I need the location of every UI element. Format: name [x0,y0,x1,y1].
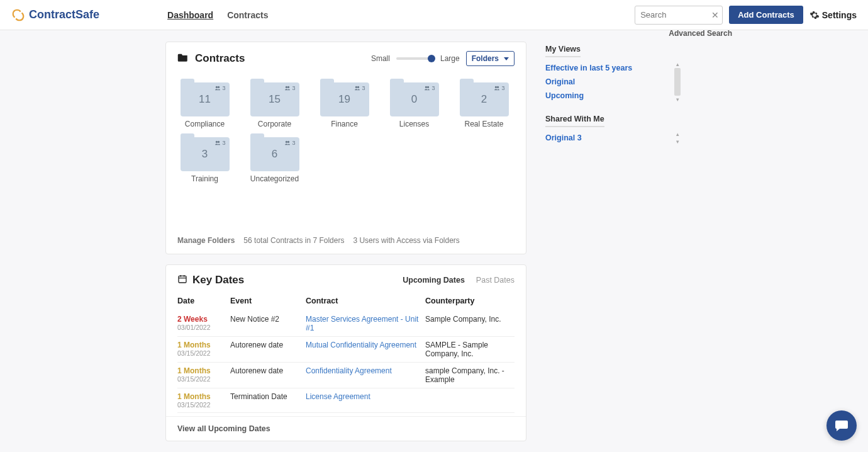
slider-thumb[interactable] [428,55,435,62]
top-bar: ContractSafe Dashboard Contracts ✕ Add C… [0,0,868,30]
folder-count: 11 [199,93,211,106]
right-sidebar: My Views Effective in last 5 yearsOrigin… [545,42,677,441]
contract-link[interactable]: Mutual Confidentiality Agreement [306,341,416,349]
table-row: 2 Weeks03/01/2022 New Notice #2 Master S… [177,311,515,337]
date-period: 1 Months [177,341,228,349]
folder-icon: 0 3 [390,79,439,116]
contracts-title: Contracts [195,52,245,65]
nav-links: Dashboard Contracts [167,10,268,20]
folder-icon: 15 3 [250,79,299,116]
settings-link[interactable]: Settings [810,10,857,20]
folder-count: 19 [338,93,350,106]
folder-item[interactable]: 3 3 Training [170,131,240,186]
search-wrap: ✕ [635,6,723,25]
my-view-item[interactable]: Effective in last 5 years [545,61,672,75]
folder-label: Real Estate [464,120,503,128]
scrollbar[interactable]: ▴▾ [674,131,681,145]
chat-button[interactable] [826,410,857,441]
my-views-section: My Views Effective in last 5 yearsOrigin… [545,44,677,103]
brand-logo[interactable]: ContractSafe [11,8,99,22]
date-value: 03/01/2022 [177,324,228,331]
folder-label: Training [191,174,218,183]
my-view-item[interactable]: Original [545,75,672,89]
folders-dropdown[interactable]: Folders [466,51,515,66]
contracts-panel-head: Contracts Small Large Folders [166,42,526,72]
folder-users: 3 [424,85,435,91]
folder-item[interactable]: 19 3 Finance [309,76,379,131]
left-column: Contracts Small Large Folders 11 3 [165,42,526,441]
nav-dashboard[interactable]: Dashboard [167,10,213,20]
keydates-head: Key Dates Upcoming Dates Past Dates [166,265,526,290]
contracts-footer: Manage Folders 56 total Contracts in 7 F… [166,230,526,254]
folder-label: Finance [331,120,358,128]
shared-title: Shared With Me [545,115,604,127]
folder-icon: 3 3 [181,133,230,171]
keydates-table: Date Event Contract Counterparty 2 Weeks… [177,290,515,416]
settings-label: Settings [822,10,857,20]
shared-view-item[interactable]: Original 3 [545,131,672,145]
col-date: Date [177,290,230,311]
top-right: ✕ Add Contracts Settings [635,6,857,25]
nav-contracts[interactable]: Contracts [227,10,268,20]
chat-icon [834,418,849,433]
date-period: 2 Weeks [177,315,228,324]
keydates-panel: Key Dates Upcoming Dates Past Dates Date… [165,264,526,441]
cell-counterparty: Sample Company, Inc. [425,311,515,337]
table-row: 1 Months03/15/2022 Autorenew date Confid… [177,363,515,388]
scrollbar[interactable]: ▴▾ [674,61,681,103]
svg-rect-0 [179,276,186,283]
folder-users: 3 [494,85,504,91]
folder-item[interactable]: 15 3 Corporate [240,76,309,131]
size-small-label: Small [371,54,390,63]
date-period: 1 Months [177,392,228,401]
cell-event: Autorenew date [230,337,306,363]
brand-icon [11,8,25,22]
contract-link[interactable]: Confidentiality Agreement [306,366,392,375]
contracts-panel: Contracts Small Large Folders 11 3 [165,42,526,254]
keydates-title: Key Dates [192,274,244,286]
cell-counterparty: SAMPLE - Sample Company, Inc. [425,337,515,363]
contract-link[interactable]: License Agreement [306,392,370,401]
folder-icon: 19 3 [320,79,369,116]
manage-folders-link[interactable]: Manage Folders [177,236,235,245]
shared-list: Original 3▴▾ [545,131,677,145]
shared-section: Shared With Me Original 3▴▾ [545,114,677,145]
keydates-body[interactable]: Date Event Contract Counterparty 2 Weeks… [166,290,526,416]
folder-label: Compliance [185,120,225,128]
main-content: Contracts Small Large Folders 11 3 [0,30,868,452]
table-row: 1 Months03/15/2022 Autorenew date Mutual… [177,337,515,363]
tab-past[interactable]: Past Dates [476,276,515,285]
my-view-item[interactable]: Upcoming [545,89,672,103]
cell-event: Autorenew date [230,363,306,388]
folder-users: 3 [214,140,225,146]
folder-count: 2 [481,93,487,106]
folder-item[interactable]: 11 3 Compliance [170,76,240,131]
folder-label: Corporate [258,120,291,128]
chevron-down-icon [504,57,509,60]
view-all-link[interactable]: View all Upcoming Dates [166,416,526,441]
folder-item[interactable]: 6 3 Uncategorized [240,131,309,186]
tab-upcoming[interactable]: Upcoming Dates [403,276,465,285]
folder-users: 3 [214,85,225,91]
folder-icon: 6 3 [250,133,299,171]
folder-users: 3 [284,140,295,146]
search-input[interactable] [635,6,723,25]
size-slider[interactable] [396,57,434,60]
date-value: 03/15/2022 [177,375,228,383]
keydates-tabs: Upcoming Dates Past Dates [403,276,515,285]
folder-count: 6 [272,148,277,161]
folders-grid: 11 3 Compliance 15 3 Corporate 19 3 Fina… [166,72,526,192]
advanced-search-link[interactable]: Advanced Search [669,29,732,38]
date-value: 03/15/2022 [177,349,228,357]
folder-count: 0 [411,93,417,106]
folder-item[interactable]: 2 3 Real Estate [449,76,519,131]
my-views-list: Effective in last 5 yearsOriginalUpcomin… [545,61,677,103]
clear-icon[interactable]: ✕ [711,10,719,20]
folder-item[interactable]: 0 3 Licenses [379,76,449,131]
cell-event: Termination Date [230,388,306,413]
table-row: 1 Months03/15/2022 Termination Date Lice… [177,388,515,413]
add-contracts-button[interactable]: Add Contracts [729,6,803,24]
contract-link[interactable]: Master Services Agreement - Unit #1 [306,315,418,332]
col-event: Event [230,290,306,311]
brand-name: ContractSafe [29,8,99,21]
